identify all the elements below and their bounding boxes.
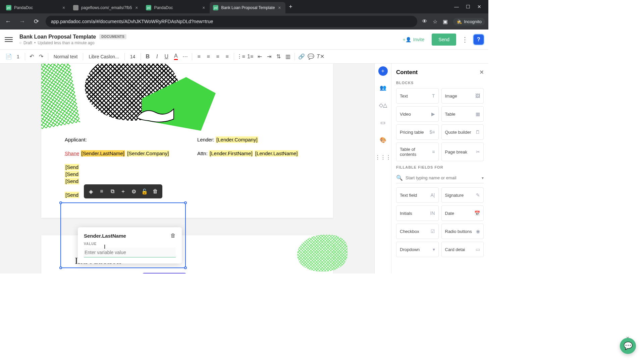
text-style-select[interactable]: Normal text	[51, 53, 80, 61]
incognito-badge[interactable]: 🕵 Incognito	[453, 18, 485, 25]
block-quote-builder[interactable]: Quote builder🗒	[441, 124, 484, 140]
underline-icon[interactable]: U	[162, 53, 170, 61]
more-formatting-icon[interactable]: ⋯	[181, 53, 189, 61]
sender-token[interactable]: [Send	[65, 164, 79, 170]
block-pricing-table[interactable]: Pricing table$≡	[396, 124, 439, 140]
lock-icon[interactable]: 🔓	[140, 186, 150, 196]
line-spacing-icon[interactable]: ⇅	[274, 53, 282, 61]
send-button[interactable]: Send	[432, 34, 456, 46]
field-radio[interactable]: Radio buttons◉	[441, 224, 484, 239]
field-dropdown[interactable]: Dropdown▾	[396, 242, 439, 257]
font-select[interactable]: Libre Caslon...	[86, 53, 121, 61]
field-signature[interactable]: Signature✎	[441, 187, 484, 203]
comment-icon[interactable]: 💬	[307, 53, 315, 61]
add-block-icon[interactable]: ＋	[118, 186, 128, 196]
close-icon[interactable]: ×	[61, 5, 66, 10]
back-icon[interactable]: ←	[3, 17, 13, 26]
sender-lastname-token[interactable]: [Sender.LastName]	[81, 150, 125, 157]
layers-icon[interactable]: ◈	[86, 186, 96, 196]
lender-firstname-token[interactable]: [Lender.FirstName]	[209, 150, 253, 157]
align-center-icon[interactable]: ≡	[204, 53, 212, 61]
close-icon[interactable]: ×	[201, 5, 206, 10]
help-button[interactable]: ?	[474, 35, 484, 45]
variable-value-input[interactable]	[84, 248, 176, 257]
resize-handle[interactable]	[184, 266, 187, 269]
recipients-icon[interactable]: 👥	[377, 82, 389, 93]
kebab-icon[interactable]: ⋮	[460, 34, 470, 45]
document-canvas[interactable]: Applicant: Shane [Sender.LastName] [Send…	[0, 64, 374, 274]
browser-tab[interactable]: pd PandaDoc ×	[3, 2, 70, 13]
minimize-icon[interactable]: —	[454, 4, 459, 9]
indent-icon[interactable]: ⇥	[265, 53, 273, 61]
invite-button[interactable]: +👤 Invite	[399, 35, 428, 44]
undo-icon[interactable]: ↶	[28, 53, 36, 61]
maximize-icon[interactable]: ☐	[466, 4, 470, 9]
resize-handle[interactable]	[184, 201, 187, 204]
field-checkbox[interactable]: Checkbox☑	[396, 224, 439, 239]
align-justify-icon[interactable]: ≡	[223, 53, 231, 61]
variables-icon[interactable]: ◇△	[377, 99, 389, 111]
add-content-button[interactable]: +	[378, 66, 388, 76]
url-input[interactable]: app.pandadoc.com/a/#/documents/ADvhJKTWo…	[46, 16, 417, 27]
align-right-icon[interactable]: ≡	[214, 53, 222, 61]
font-size-select[interactable]: 14	[127, 53, 138, 61]
duplicate-icon[interactable]: ⧉	[107, 186, 117, 196]
sender-first-name[interactable]: Shane	[65, 150, 79, 156]
delete-icon[interactable]: 🗑	[150, 186, 160, 196]
bullet-list-icon[interactable]: ⋮≡	[237, 53, 245, 61]
field-initials[interactable]: InitialsIN	[396, 205, 439, 221]
close-icon[interactable]: ×	[480, 68, 484, 76]
outdent-icon[interactable]: ⇤	[256, 53, 264, 61]
resize-handle[interactable]	[59, 266, 62, 269]
text-color-icon[interactable]: A	[172, 53, 180, 61]
layout-icon[interactable]: ▭	[377, 117, 389, 128]
forward-icon[interactable]: →	[17, 17, 27, 26]
sender-token[interactable]: [Send	[65, 192, 79, 198]
bookmark-icon[interactable]: ☆	[433, 18, 437, 25]
sender-company-token[interactable]: [Sender.Company]	[126, 150, 169, 157]
close-icon[interactable]: ×	[134, 5, 139, 10]
chevron-down-icon[interactable]: ▾	[482, 176, 484, 180]
sender-token[interactable]: [Send	[65, 171, 79, 177]
close-window-icon[interactable]: ✕	[477, 4, 482, 9]
recipient-search-input[interactable]	[406, 175, 482, 180]
field-date[interactable]: Date📅	[441, 205, 484, 221]
block-toc[interactable]: Table of contents≡	[396, 142, 439, 161]
block-video[interactable]: Video▶	[396, 106, 439, 122]
sender-token[interactable]: [Send	[65, 178, 79, 184]
document-title[interactable]: Bank Loan Proposal Template	[19, 34, 96, 40]
browser-tab-active[interactable]: pd Bank Loan Proposal Template ×	[210, 2, 285, 13]
panel-icon[interactable]: ▣	[443, 18, 448, 25]
lender-company-token[interactable]: [Lender.Company]	[216, 136, 258, 143]
align-left-icon[interactable]: ≡	[195, 53, 203, 61]
bold-icon[interactable]: B	[144, 53, 152, 61]
pages-icon[interactable]: 📄	[5, 53, 13, 61]
block-image[interactable]: Image🖼	[441, 88, 484, 104]
resize-handle[interactable]	[59, 201, 62, 204]
recipient-search[interactable]: 🔍 ▾	[396, 173, 484, 183]
block-page-break[interactable]: Page break✂	[441, 142, 484, 161]
eye-off-icon[interactable]: 👁	[422, 18, 427, 24]
apps-icon[interactable]: ⋮⋮⋮	[377, 152, 389, 163]
page-number[interactable]: 1	[14, 53, 22, 61]
italic-icon[interactable]: I	[153, 53, 161, 61]
new-tab-button[interactable]: +	[285, 3, 296, 10]
clear-format-icon[interactable]: T✕	[316, 53, 324, 61]
settings-icon[interactable]: ⚙	[129, 186, 139, 196]
columns-icon[interactable]: ▥	[284, 53, 292, 61]
hamburger-icon[interactable]	[5, 36, 13, 44]
design-icon[interactable]: 🎨	[377, 134, 389, 145]
align-icon[interactable]: ≡	[97, 186, 107, 196]
close-icon[interactable]: ×	[277, 5, 282, 10]
redo-icon[interactable]: ↷	[37, 53, 45, 61]
browser-tab[interactable]: pd PandaDoc ×	[143, 2, 210, 13]
field-card[interactable]: Card detai▭	[441, 242, 484, 257]
numbered-list-icon[interactable]: 1≡	[246, 53, 254, 61]
field-text[interactable]: Text fieldA|	[396, 187, 439, 203]
block-table[interactable]: Table▦	[441, 106, 484, 122]
reload-icon[interactable]: ⟳	[32, 17, 41, 26]
block-text[interactable]: TextT	[396, 88, 439, 104]
lender-lastname-token[interactable]: [Lender.LastName]	[255, 150, 299, 157]
edit-with-ai-button[interactable]: Edit with AI ✦	[142, 273, 186, 274]
trash-icon[interactable]: 🗑	[170, 233, 176, 239]
